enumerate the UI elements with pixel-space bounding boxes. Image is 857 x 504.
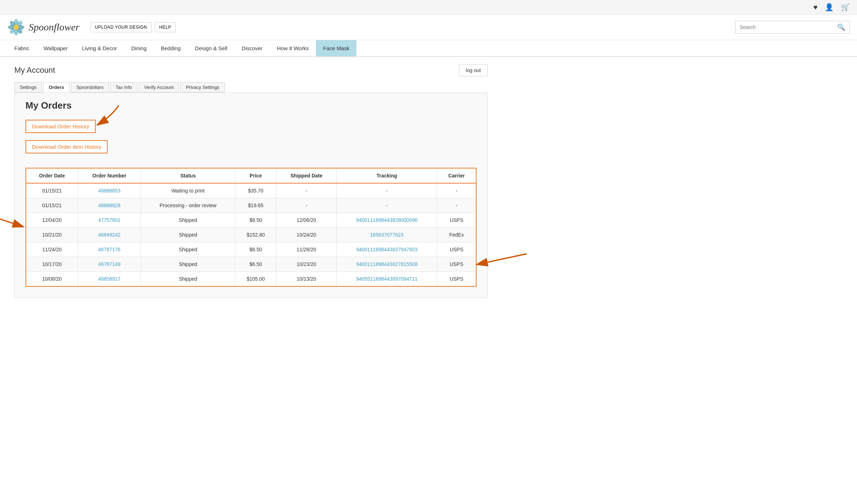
cell-tracking: - (337, 198, 437, 213)
arrow-to-download-history (90, 102, 133, 130)
table-row: 10/08/20 46858917 Shipped $105.00 10/13/… (26, 272, 476, 287)
tab-verify-account[interactable]: Verify Account (139, 82, 179, 92)
cell-shipped-date: 12/06/20 (276, 213, 337, 228)
tab-privacy-settings[interactable]: Privacy Settings (180, 82, 224, 92)
orders-section: My Orders Download Order History Downloa… (14, 92, 488, 298)
arrow-to-table-row (0, 214, 29, 236)
tracking-link[interactable]: 9405511898443897094711 (356, 276, 417, 282)
tracking-link[interactable]: 9400111898443827947803 (356, 247, 417, 252)
nav-item-design-sell[interactable]: Design & Sell (188, 40, 235, 56)
cell-order-number[interactable]: 46858917 (78, 272, 141, 287)
search-input[interactable] (740, 24, 837, 30)
order-number-link[interactable]: 46787176 (98, 247, 120, 252)
tab-settings[interactable]: Settings (14, 82, 42, 92)
tracking-link[interactable]: 165637077623 (370, 232, 403, 238)
col-tracking: Tracking (337, 168, 437, 183)
orders-table: Order Date Order Number Status Price Shi… (25, 168, 477, 287)
table-row: 01/15/21 48888828 Processing - order rev… (26, 198, 476, 213)
nav-item-discover[interactable]: Discover (235, 40, 270, 56)
cell-date: 01/15/21 (26, 198, 78, 213)
upload-design-button[interactable]: UPLOAD YOUR DESIGN (90, 22, 152, 32)
account-tabs: Settings Orders Spoondollars Tax Info Ve… (14, 82, 488, 92)
tab-spoondollars[interactable]: Spoondollars (71, 82, 109, 92)
cell-order-number[interactable]: 46787176 (78, 242, 141, 257)
cell-tracking[interactable]: 9400111898443827815508 (337, 257, 437, 272)
nav-item-dining[interactable]: Dining (124, 40, 154, 56)
order-number-link[interactable]: 48888828 (98, 203, 120, 208)
cell-date: 10/08/20 (26, 272, 78, 287)
cell-price: $35.70 (235, 183, 276, 198)
order-number-link[interactable]: 47757601 (98, 217, 120, 223)
order-number-link[interactable]: 48888853 (98, 188, 120, 194)
tracking-link[interactable]: 9400111898443828000996 (356, 217, 417, 223)
order-number-link[interactable]: 46787149 (98, 261, 120, 267)
download-order-history-button[interactable]: Download Order History (25, 120, 96, 133)
main-content: My Account log out Settings Orders Spoon… (0, 57, 502, 305)
account-header: My Account log out (14, 64, 488, 76)
table-row: 12/04/20 47757601 Shipped $6.50 12/06/20… (26, 213, 476, 228)
table-row: 11/24/20 46787176 Shipped $6.50 11/28/20… (26, 242, 476, 257)
svg-point-8 (14, 25, 19, 30)
cell-status: Waiting to print (141, 183, 235, 198)
cell-shipped-date: - (276, 183, 337, 198)
tracking-link[interactable]: 9400111898443827815508 (356, 261, 417, 267)
cell-carrier: - (437, 183, 476, 198)
table-row: 10/21/20 46849242 Shipped $152.80 10/24/… (26, 228, 476, 242)
wishlist-icon[interactable]: ♥ (813, 3, 818, 11)
order-number-link[interactable]: 46849242 (98, 232, 120, 238)
cell-tracking[interactable]: 9400111898443828000996 (337, 213, 437, 228)
tab-orders[interactable]: Orders (43, 82, 70, 92)
cell-order-number[interactable]: 47757601 (78, 213, 141, 228)
cell-shipped-date: 11/28/20 (276, 242, 337, 257)
nav-item-fabric[interactable]: Fabric (7, 40, 37, 56)
cell-shipped-date: - (276, 198, 337, 213)
cell-tracking[interactable]: 9400111898443827947803 (337, 242, 437, 257)
col-price: Price (235, 168, 276, 183)
account-title: My Account (14, 66, 55, 75)
cell-price: $6.50 (235, 242, 276, 257)
nav-item-bedding[interactable]: Bedding (154, 40, 188, 56)
cell-order-number[interactable]: 46787149 (78, 257, 141, 272)
col-order-number: Order Number (78, 168, 141, 183)
cell-order-number[interactable]: 48888828 (78, 198, 141, 213)
cell-order-number[interactable]: 48888853 (78, 183, 141, 198)
cell-price: $105.00 (235, 272, 276, 287)
logo[interactable]: Spoonflower (7, 18, 80, 36)
main-nav: Fabric Wallpaper Living & Decor Dining B… (0, 40, 857, 57)
header-action-buttons: UPLOAD YOUR DESIGN HELP (90, 22, 176, 32)
site-header: Spoonflower UPLOAD YOUR DESIGN HELP 🔍 (0, 15, 857, 40)
logo-text: Spoonflower (29, 22, 80, 33)
logout-button[interactable]: log out (459, 64, 488, 76)
col-carrier: Carrier (437, 168, 476, 183)
cell-carrier: USPS (437, 272, 476, 287)
download-order-item-history-button[interactable]: Download Order Item History (25, 140, 108, 153)
help-button[interactable]: HELP (155, 22, 176, 32)
arrow-to-carrier (469, 250, 534, 272)
order-number-link[interactable]: 46858917 (98, 276, 120, 282)
nav-item-how-it-works[interactable]: How It Works (270, 40, 316, 56)
cell-tracking[interactable]: 165637077623 (337, 228, 437, 242)
cell-order-number[interactable]: 46849242 (78, 228, 141, 242)
nav-item-living-decor[interactable]: Living & Decor (75, 40, 124, 56)
account-icon[interactable]: 👤 (825, 3, 834, 11)
tab-tax-info[interactable]: Tax Info (110, 82, 138, 92)
cell-date: 12/04/20 (26, 213, 78, 228)
col-shipped-date: Shipped Date (276, 168, 337, 183)
cell-status: Shipped (141, 213, 235, 228)
cart-icon[interactable]: 🛒 (841, 3, 850, 11)
cell-carrier: - (437, 198, 476, 213)
cell-shipped-date: 10/13/20 (276, 272, 337, 287)
cell-date: 10/17/20 (26, 257, 78, 272)
cell-price: $6.50 (235, 213, 276, 228)
table-row: 10/17/20 46787149 Shipped $6.50 10/23/20… (26, 257, 476, 272)
cell-carrier: USPS (437, 213, 476, 228)
cell-shipped-date: 10/23/20 (276, 257, 337, 272)
download-area: Download Order History Download Order It… (25, 120, 477, 157)
nav-item-face-mask[interactable]: Face Mask (316, 40, 356, 56)
cell-price: $152.80 (235, 228, 276, 242)
table-header-row: Order Date Order Number Status Price Shi… (26, 168, 476, 183)
cell-tracking[interactable]: 9405511898443897094711 (337, 272, 437, 287)
search-button[interactable]: 🔍 (837, 23, 845, 31)
cell-status: Processing - order review (141, 198, 235, 213)
nav-item-wallpaper[interactable]: Wallpaper (37, 40, 75, 56)
